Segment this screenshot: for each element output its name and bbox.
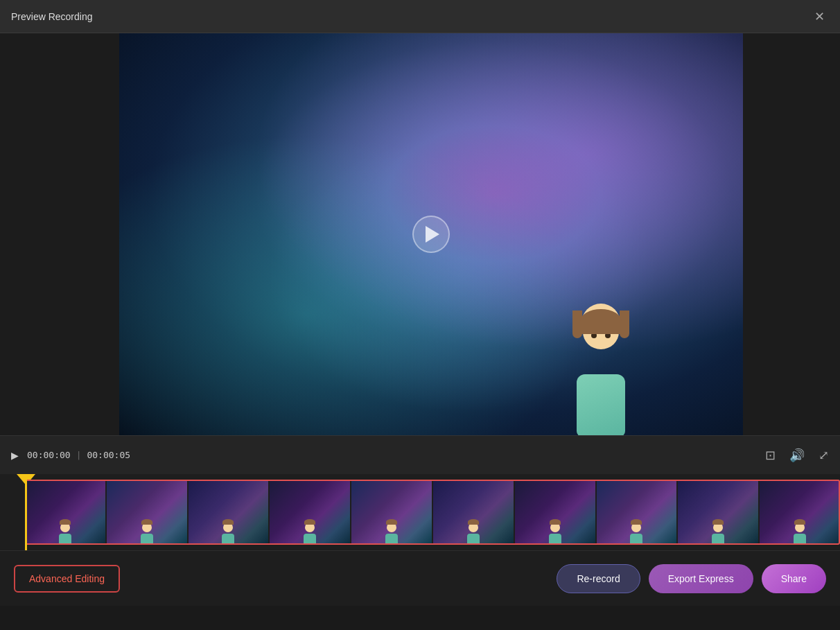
avatar-hair <box>580 309 622 334</box>
share-button[interactable]: Share <box>762 564 826 593</box>
timeline-thumb-4 <box>270 480 350 545</box>
time-display: 00:00:00 | 00:00:05 <box>27 450 130 460</box>
thumb-avatar-4 <box>301 517 318 542</box>
timeline-thumb-9 <box>678 480 758 545</box>
thumb-hair-4 <box>304 519 315 525</box>
thumb-hair-5 <box>386 519 397 525</box>
export-express-button[interactable]: Export Express <box>649 564 753 593</box>
timeline-thumbs <box>25 474 840 550</box>
bottom-right-buttons: Re-record Export Express Share <box>557 564 826 593</box>
thumb-body-1 <box>59 534 71 545</box>
screen-size-icon[interactable]: ⊡ <box>765 448 776 463</box>
video-left-panel <box>0 33 119 435</box>
volume-icon[interactable]: 🔊 <box>789 448 805 463</box>
timeline-thumb-10 <box>760 480 840 545</box>
thumb-avatar-3 <box>220 517 236 542</box>
play-icon-ctrl: ▶ <box>11 450 19 461</box>
thumb-avatar-7 <box>547 517 563 542</box>
timeline-thumb-1 <box>25 480 105 545</box>
thumb-avatar-10 <box>791 517 808 542</box>
thumb-hair-8 <box>631 519 642 525</box>
thumb-hair-10 <box>794 519 805 525</box>
current-time: 00:00:00 <box>27 450 71 460</box>
thumb-avatar-2 <box>139 517 155 542</box>
thumb-hair-2 <box>141 519 152 525</box>
window-title: Preview Recording <box>11 11 93 22</box>
time-separator: | <box>76 450 82 460</box>
timeline-thumb-3 <box>189 480 269 545</box>
advanced-editing-button[interactable]: Advanced Editing <box>14 565 120 593</box>
thumb-hair-7 <box>550 519 561 525</box>
thumb-avatar-9 <box>710 517 726 542</box>
video-container <box>0 33 840 435</box>
thumb-hair-9 <box>712 519 724 525</box>
thumb-body-8 <box>630 534 642 545</box>
timeline-marker[interactable] <box>25 474 27 550</box>
thumb-body-4 <box>304 534 316 545</box>
title-bar: Preview Recording ✕ <box>0 0 840 33</box>
fullscreen-icon[interactable]: ⤢ <box>819 448 829 463</box>
timeline-thumb-2 <box>107 480 187 545</box>
thumb-body-5 <box>385 534 398 545</box>
controls-right: ⊡ 🔊 ⤢ <box>765 448 829 463</box>
thumb-body-2 <box>141 534 153 545</box>
thumb-hair-1 <box>60 519 71 525</box>
thumb-hair-6 <box>468 519 479 525</box>
thumb-avatar-6 <box>465 517 482 542</box>
bottom-bar: Advanced Editing Re-record Export Expres… <box>0 550 840 606</box>
controls-bar: ▶ 00:00:00 | 00:00:05 ⊡ 🔊 ⤢ <box>0 435 840 474</box>
close-button[interactable]: ✕ <box>810 7 829 26</box>
thumb-hair-3 <box>222 519 234 525</box>
timeline-area <box>0 474 840 550</box>
thumb-avatar-1 <box>57 517 73 542</box>
timeline-thumb-7 <box>515 480 595 545</box>
play-button[interactable]: ▶ <box>11 450 19 461</box>
timeline-thumb-8 <box>597 480 677 545</box>
thumb-avatar-5 <box>383 517 400 542</box>
thumb-body-10 <box>794 534 806 545</box>
play-button-overlay[interactable] <box>412 216 450 253</box>
video-main <box>119 33 743 435</box>
avatar-body <box>577 374 625 435</box>
thumb-body-9 <box>712 534 724 545</box>
play-icon <box>426 226 439 243</box>
avatar-head <box>581 304 620 342</box>
video-background <box>119 33 743 435</box>
video-right-panel <box>743 33 840 435</box>
thumb-body-3 <box>222 534 234 545</box>
thumb-body-7 <box>549 534 561 545</box>
timeline-thumb-5 <box>351 480 432 545</box>
rerecord-button[interactable]: Re-record <box>557 564 640 593</box>
thumb-avatar-8 <box>628 517 645 542</box>
thumb-body-6 <box>467 534 480 545</box>
timeline-thumb-6 <box>433 480 514 545</box>
total-time: 00:00:05 <box>87 450 130 460</box>
avatar <box>570 297 632 421</box>
